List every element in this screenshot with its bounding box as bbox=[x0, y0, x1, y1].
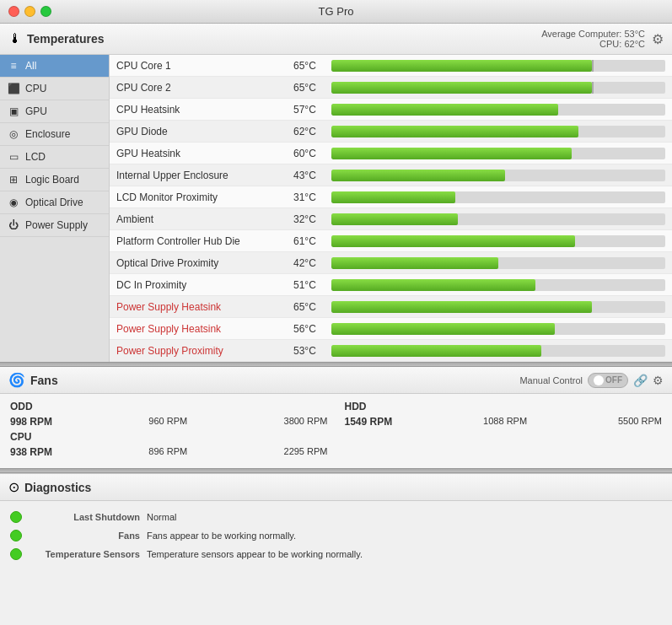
temp-bar-container bbox=[331, 126, 665, 137]
temp-row: Platform Controller Hub Die61°C bbox=[110, 230, 672, 252]
temp-row: Internal Upper Enclosure43°C bbox=[110, 164, 672, 186]
power-supply-icon: ⏻ bbox=[7, 218, 20, 232]
sidebar-item-all[interactable]: ≡ All bbox=[0, 55, 109, 78]
temp-bar bbox=[331, 104, 558, 116]
fans-icon: 🌀 bbox=[8, 372, 25, 388]
temp-value: 53°C bbox=[293, 345, 331, 357]
temp-bar bbox=[331, 345, 541, 357]
manual-control-toggle[interactable]: OFF bbox=[588, 373, 628, 388]
sidebar-item-gpu[interactable]: ▣ GPU bbox=[0, 100, 109, 123]
diagnostics-section: ⊙ Diagnostics Last ShutdownNormalFansFan… bbox=[0, 473, 672, 625]
fan-odd-rpm-row: 998 RPM 960 RPM 3800 RPM bbox=[10, 416, 328, 428]
maximize-button[interactable] bbox=[40, 6, 51, 17]
sidebar-item-enclosure[interactable]: ◎ Enclosure bbox=[0, 123, 109, 146]
diag-row: FansFans appear to be working normally. bbox=[10, 526, 662, 545]
sidebar-item-optical-drive-label: Optical Drive bbox=[25, 197, 83, 208]
fans-section: 🌀 Fans Manual Control OFF 🔗 ⚙ ODD bbox=[0, 367, 672, 468]
manual-control-label: Manual Control bbox=[519, 375, 583, 385]
sidebar-item-power-supply[interactable]: ⏻ Power Supply bbox=[0, 214, 109, 237]
temp-name: GPU Diode bbox=[116, 126, 293, 137]
temp-bar-container bbox=[331, 82, 665, 94]
fans-settings-icon[interactable]: ⚙ bbox=[653, 374, 664, 387]
temp-name: Power Supply Proximity bbox=[116, 345, 293, 357]
sidebar-item-logic-board[interactable]: ⊞ Logic Board bbox=[0, 169, 109, 191]
diag-row: Last ShutdownNormal bbox=[10, 508, 662, 526]
fans-title: Fans bbox=[30, 374, 519, 387]
link-icon[interactable]: 🔗 bbox=[633, 374, 648, 387]
minimize-button[interactable] bbox=[24, 6, 35, 17]
avg-computer: Average Computer: 53°C bbox=[541, 29, 645, 39]
temp-bar bbox=[331, 148, 572, 159]
temp-name: Ambient bbox=[116, 213, 293, 225]
temp-bar bbox=[331, 279, 535, 291]
temp-bar bbox=[331, 301, 592, 313]
thermometer-icon: 🌡 bbox=[8, 31, 22, 46]
temp-bar bbox=[331, 235, 575, 247]
temp-bar bbox=[331, 126, 578, 137]
temp-name: LCD Monitor Proximity bbox=[116, 191, 293, 203]
sidebar-item-cpu[interactable]: ⬛ CPU bbox=[0, 78, 109, 100]
enclosure-icon: ◎ bbox=[7, 127, 20, 141]
logic-board-icon: ⊞ bbox=[7, 173, 20, 186]
diag-value: Temperature sensors appear to be working… bbox=[147, 549, 363, 559]
temp-row: Ambient32°C bbox=[110, 208, 672, 230]
temp-value: 56°C bbox=[293, 323, 331, 335]
temp-name: Power Supply Heatsink bbox=[116, 323, 293, 335]
fan-cpu-current: 938 RPM bbox=[10, 446, 52, 458]
temp-row: CPU Core 265°C bbox=[110, 77, 672, 99]
temp-value: 61°C bbox=[293, 235, 331, 247]
window-controls bbox=[8, 6, 51, 17]
fan-cpu-rpm-row: 938 RPM 896 RPM 2295 RPM bbox=[10, 446, 328, 458]
sidebar-item-lcd[interactable]: ▭ LCD bbox=[0, 146, 109, 169]
fan-odd-min: 960 RPM bbox=[148, 416, 187, 428]
temperatures-title: Temperatures bbox=[27, 32, 541, 46]
temp-bar bbox=[331, 213, 458, 225]
fan-odd-name: ODD bbox=[10, 401, 328, 412]
temp-name: CPU Heatsink bbox=[116, 104, 293, 116]
temp-name: CPU Core 1 bbox=[116, 60, 293, 72]
temp-value: 57°C bbox=[293, 104, 331, 116]
temp-bar bbox=[331, 323, 555, 335]
diagnostics-title: Diagnostics bbox=[24, 481, 664, 494]
temp-row: CPU Core 165°C bbox=[110, 55, 672, 77]
temp-bar-container bbox=[331, 170, 665, 181]
fan-cpu-max: 2295 RPM bbox=[284, 446, 328, 458]
fan-cpu-name: CPU bbox=[10, 431, 328, 443]
temp-bar-container bbox=[331, 213, 665, 225]
temp-row: Optical Drive Proximity42°C bbox=[110, 252, 672, 274]
lcd-icon: ▭ bbox=[7, 150, 20, 164]
diagnostics-icon: ⊙ bbox=[8, 479, 19, 495]
temp-bar bbox=[331, 170, 505, 181]
temp-value: 43°C bbox=[293, 170, 331, 181]
temp-bar bbox=[331, 257, 498, 269]
temp-name: Power Supply Heatsink bbox=[116, 301, 293, 313]
temp-bar-container bbox=[331, 60, 665, 72]
temp-bar-container bbox=[331, 148, 665, 159]
diagnostics-header: ⊙ Diagnostics bbox=[0, 474, 672, 501]
diag-label: Fans bbox=[30, 531, 140, 541]
temperatures-header: 🌡 Temperatures Average Computer: 53°C CP… bbox=[0, 24, 672, 55]
temp-value: 32°C bbox=[293, 213, 331, 225]
temp-bar-tick bbox=[592, 82, 594, 94]
temp-name: CPU Core 2 bbox=[116, 82, 293, 94]
fans-content: ODD 998 RPM 960 RPM 3800 RPM HDD bbox=[0, 394, 672, 468]
temp-bar-container bbox=[331, 345, 665, 357]
fan-odd-max: 3800 RPM bbox=[284, 416, 328, 428]
temp-bar-container bbox=[331, 191, 665, 203]
cpu-icon: ⬛ bbox=[7, 82, 20, 95]
sidebar: ≡ All ⬛ CPU ▣ GPU ◎ Enclosure ▭ LCD bbox=[0, 55, 110, 362]
temp-value: 62°C bbox=[293, 126, 331, 137]
sidebar-item-power-supply-label: Power Supply bbox=[25, 219, 88, 231]
diag-value: Normal bbox=[147, 512, 176, 522]
close-button[interactable] bbox=[8, 6, 19, 17]
diag-status-dot bbox=[10, 548, 22, 560]
temp-row: CPU Heatsink57°C bbox=[110, 99, 672, 121]
toggle-knob bbox=[594, 375, 604, 385]
settings-button[interactable]: ⚙ bbox=[652, 31, 664, 47]
fan-group-hdd: HDD 1549 RPM 1088 RPM 5500 RPM bbox=[345, 401, 663, 428]
sidebar-item-lcd-label: LCD bbox=[25, 151, 46, 163]
sidebar-item-optical-drive[interactable]: ◉ Optical Drive bbox=[0, 191, 109, 214]
diag-row: Temperature SensorsTemperature sensors a… bbox=[10, 545, 662, 563]
temp-value: 42°C bbox=[293, 257, 331, 269]
temperatures-section: 🌡 Temperatures Average Computer: 53°C CP… bbox=[0, 24, 672, 362]
